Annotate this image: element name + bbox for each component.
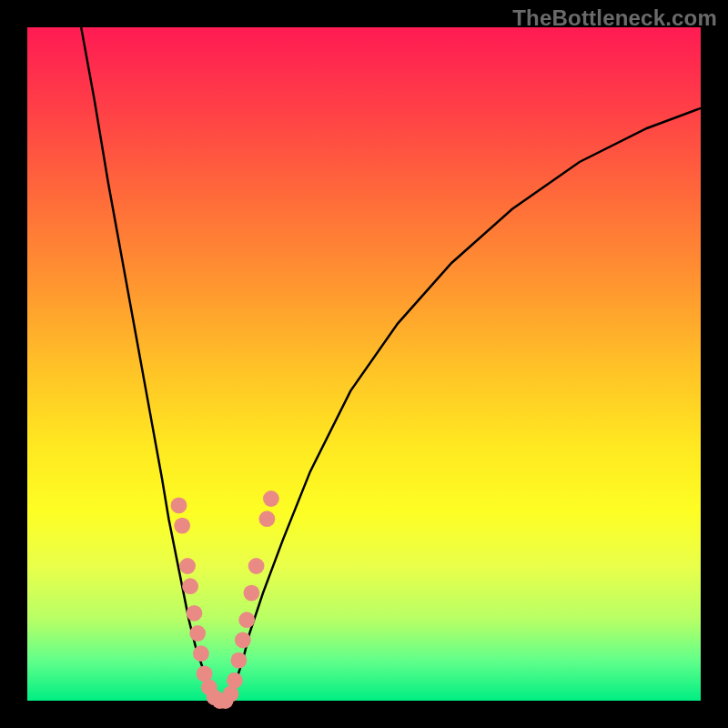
chart-frame: TheBottleneck.com bbox=[0, 0, 728, 728]
curve-left_branch bbox=[81, 27, 216, 701]
watermark-text: TheBottleneck.com bbox=[512, 5, 717, 31]
highlight-dot bbox=[235, 632, 251, 649]
highlight-dot bbox=[171, 498, 187, 514]
highlight-dot bbox=[174, 518, 190, 534]
chart-svg bbox=[27, 27, 701, 701]
highlight-dot bbox=[227, 672, 243, 689]
highlight-dot bbox=[187, 605, 203, 622]
curve-right_branch bbox=[229, 108, 701, 701]
highlight-dot bbox=[179, 558, 196, 574]
highlight-dot bbox=[259, 511, 276, 527]
highlight-dot bbox=[244, 585, 260, 602]
dot-group bbox=[171, 490, 279, 709]
curve-group bbox=[81, 27, 701, 701]
highlight-dot bbox=[238, 612, 255, 628]
highlight-dot bbox=[182, 578, 198, 594]
highlight-dot bbox=[193, 645, 209, 662]
highlight-dot bbox=[189, 625, 206, 642]
highlight-dot bbox=[248, 558, 265, 574]
highlight-dot bbox=[231, 652, 248, 669]
plot-area bbox=[27, 27, 701, 701]
highlight-dot bbox=[263, 490, 279, 507]
